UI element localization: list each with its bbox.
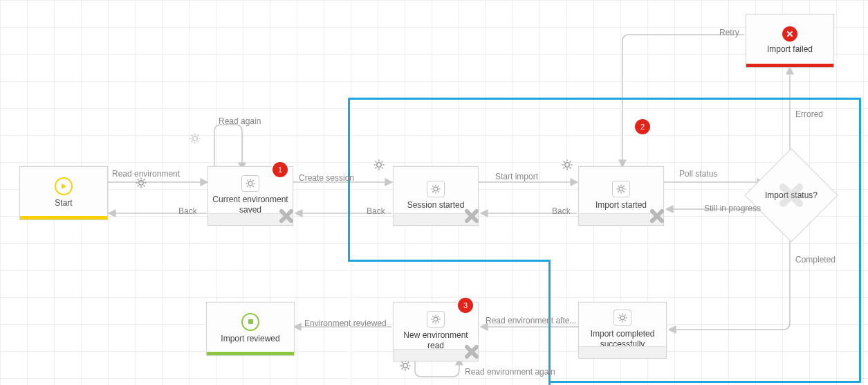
close-icon[interactable] — [276, 206, 297, 226]
marker-3-text: 3 — [463, 301, 468, 310]
edge-label-back1: Back — [178, 206, 197, 216]
node-import-reviewed-stripe — [207, 352, 294, 355]
edge-label-env-reviewed: Environment reviewed — [304, 319, 387, 328]
marker-3: 3 — [458, 298, 473, 313]
node-import-completed[interactable]: Import completed successfully — [578, 302, 667, 359]
edge-label-start-import: Start import — [495, 172, 538, 181]
node-import-failed[interactable]: Import failed — [746, 14, 834, 68]
gear-icon — [427, 311, 445, 328]
marker-1-text: 1 — [278, 165, 282, 174]
node-import-reviewed-label: Import reviewed — [216, 332, 284, 346]
edge-label-completed: Completed — [795, 255, 835, 265]
edge-label-read-env-after: Read environment afte... — [486, 316, 576, 325]
node-decision-import-status[interactable]: Import status? — [758, 162, 824, 229]
edge-label-retry: Retry — [719, 28, 739, 37]
edge-label-errored: Errored — [795, 109, 823, 119]
gear-icon — [612, 181, 630, 197]
workflow-canvas[interactable]: Start Current environment saved 1 Sessio… — [0, 0, 868, 385]
node-footer — [579, 346, 666, 358]
node-session-started-label: Session started — [403, 199, 469, 212]
node-start-label: Start — [50, 197, 76, 210]
close-icon — [779, 183, 803, 207]
edge-label-create-session: Create session — [299, 173, 354, 183]
node-start[interactable]: Start — [19, 166, 108, 220]
node-start-stripe — [20, 216, 107, 220]
edge-label-still-in-progress: Still in progress — [704, 204, 761, 213]
node-import-failed-label: Import failed — [763, 43, 817, 56]
play-icon — [55, 177, 73, 195]
node-import-started-label: Import started — [591, 199, 651, 212]
stop-icon — [241, 313, 259, 331]
error-icon — [782, 26, 797, 42]
node-session-started[interactable]: Session started — [393, 166, 479, 226]
marker-1: 1 — [273, 162, 288, 177]
close-icon[interactable] — [461, 341, 482, 362]
edge-label-read-env: Read environment — [112, 169, 180, 179]
marker-2: 2 — [635, 119, 650, 134]
gear-icon — [613, 310, 631, 326]
node-import-failed-stripe — [746, 64, 833, 67]
selection-highlight-mask2 — [548, 98, 551, 260]
edge-label-read-again: Read again — [219, 116, 261, 126]
node-import-started[interactable]: Import started — [578, 166, 664, 226]
close-icon[interactable] — [461, 206, 482, 226]
close-icon[interactable] — [647, 206, 667, 226]
edge-label-poll-status: Poll status — [679, 169, 717, 179]
edge-label-back2: Back — [367, 206, 385, 216]
gear-icon — [427, 181, 445, 197]
gear-icon — [241, 175, 259, 192]
node-import-reviewed[interactable]: Import reviewed — [206, 302, 295, 356]
edge-label-back3: Back — [552, 206, 571, 216]
marker-2-text: 2 — [640, 123, 645, 131]
edge-label-read-env-again: Read environment again — [465, 367, 555, 377]
